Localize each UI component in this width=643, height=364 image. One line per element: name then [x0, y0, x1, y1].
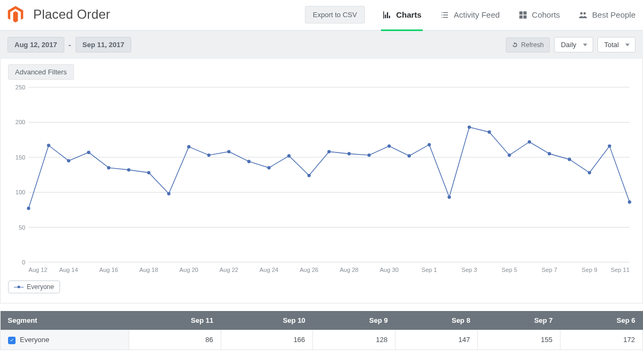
svg-text:Sep 5: Sep 5	[502, 267, 517, 273]
tab-label: Cohorts	[532, 10, 560, 19]
chart-panel: Advanced Filters 050100150200250 Aug 12A…	[0, 59, 643, 304]
svg-point-54	[508, 154, 511, 156]
page-title: Placed Order	[33, 7, 110, 22]
aggregate-select[interactable]: Total	[597, 37, 635, 52]
tab-label: Charts	[396, 10, 422, 19]
col-date[interactable]: Sep 9	[313, 311, 395, 330]
svg-point-51	[448, 196, 451, 199]
svg-point-41	[248, 160, 250, 163]
svg-point-32	[67, 160, 70, 162]
svg-point-58	[588, 171, 590, 174]
line-chart: 050100150200250 Aug 12Aug 14Aug 16Aug 18…	[8, 83, 635, 293]
tab-label: Best People	[592, 10, 635, 19]
date-from-picker[interactable]: Aug 12, 2017	[8, 37, 64, 52]
date-range-separator: -	[69, 40, 71, 50]
refresh-label: Refresh	[521, 41, 544, 49]
svg-point-40	[228, 150, 230, 153]
value-cell: 86	[129, 330, 221, 350]
svg-text:Sep 7: Sep 7	[542, 267, 557, 273]
svg-text:Sep 9: Sep 9	[582, 267, 597, 273]
legend-label: Everyone	[27, 283, 54, 291]
svg-point-34	[107, 166, 110, 169]
value-cell: 172	[560, 330, 643, 350]
segment-table-wrap: SegmentSep 11Sep 10Sep 9Sep 8Sep 7Sep 6 …	[0, 311, 643, 350]
svg-point-35	[128, 169, 130, 171]
col-date[interactable]: Sep 7	[478, 311, 560, 330]
svg-text:Aug 28: Aug 28	[340, 267, 358, 273]
tab-cohorts[interactable]: Cohorts	[517, 6, 562, 31]
nav-tabs: Export to CSV Charts Activity Feed Cohor…	[305, 6, 637, 24]
svg-text:100: 100	[16, 189, 25, 195]
people-icon	[578, 10, 588, 20]
svg-point-36	[147, 171, 150, 174]
svg-text:Aug 22: Aug 22	[220, 267, 238, 273]
svg-text:200: 200	[16, 119, 25, 125]
tab-charts[interactable]: Charts	[381, 6, 423, 31]
col-date[interactable]: Sep 10	[221, 311, 313, 330]
granularity-select[interactable]: Daily	[554, 37, 593, 52]
svg-point-33	[87, 151, 90, 154]
value-cell: 128	[313, 330, 395, 350]
col-date[interactable]: Sep 6	[560, 311, 643, 330]
svg-text:250: 250	[16, 84, 25, 90]
svg-text:Aug 30: Aug 30	[380, 267, 399, 273]
chart-legend: Everyone	[8, 280, 60, 293]
svg-point-55	[528, 140, 530, 143]
segment-table: SegmentSep 11Sep 10Sep 9Sep 8Sep 7Sep 6 …	[0, 311, 643, 350]
svg-point-56	[548, 153, 551, 155]
svg-point-43	[288, 155, 290, 157]
svg-point-44	[308, 174, 310, 177]
svg-text:Aug 24: Aug 24	[259, 267, 278, 273]
segment-checkbox[interactable]	[8, 337, 16, 344]
tab-label: Activity Feed	[454, 10, 500, 19]
svg-text:Sep 1: Sep 1	[422, 267, 437, 273]
value-cell: 147	[395, 330, 478, 350]
svg-point-48	[388, 145, 391, 147]
bar-chart-icon	[382, 10, 392, 20]
svg-point-53	[488, 131, 491, 133]
svg-text:Aug 14: Aug 14	[59, 267, 78, 273]
svg-point-52	[468, 126, 470, 128]
svg-text:0: 0	[22, 259, 25, 266]
svg-point-46	[348, 153, 350, 155]
refresh-button[interactable]: Refresh	[506, 37, 550, 52]
svg-point-31	[47, 144, 50, 147]
svg-text:Sep 11: Sep 11	[611, 267, 630, 273]
svg-point-57	[568, 158, 571, 161]
svg-point-42	[267, 166, 270, 169]
svg-point-49	[408, 155, 410, 157]
svg-point-38	[188, 146, 190, 148]
col-date[interactable]: Sep 8	[395, 311, 478, 330]
list-icon	[440, 10, 450, 20]
col-segment: Segment	[1, 311, 129, 330]
svg-point-59	[608, 145, 611, 147]
svg-text:Aug 12: Aug 12	[28, 267, 47, 273]
svg-point-37	[167, 192, 170, 195]
date-to-picker[interactable]: Sep 11, 2017	[76, 37, 131, 52]
svg-point-60	[628, 201, 631, 203]
svg-text:Aug 16: Aug 16	[99, 267, 118, 273]
svg-text:Aug 20: Aug 20	[180, 267, 198, 273]
svg-point-47	[368, 154, 370, 156]
segment-cell[interactable]: Everyone	[1, 330, 129, 350]
svg-point-39	[207, 154, 210, 156]
magento-logo-icon	[6, 5, 25, 24]
svg-point-50	[428, 143, 430, 146]
header-bar: Placed Order Export to CSV Charts Activi…	[0, 0, 643, 31]
refresh-icon	[512, 42, 518, 48]
grid-icon	[518, 10, 528, 20]
tab-best-people[interactable]: Best People	[577, 6, 637, 31]
svg-text:Aug 18: Aug 18	[139, 267, 158, 273]
svg-text:Sep 3: Sep 3	[461, 267, 477, 273]
filter-toolbar: Aug 12, 2017 - Sep 11, 2017 Refresh Dail…	[0, 31, 643, 59]
export-csv-button[interactable]: Export to CSV	[305, 6, 365, 24]
tab-activity-feed[interactable]: Activity Feed	[439, 6, 501, 31]
svg-text:Aug 26: Aug 26	[300, 267, 318, 273]
col-date[interactable]: Sep 11	[129, 311, 221, 330]
table-row: Everyone86166128147155172	[1, 330, 643, 350]
advanced-filters-button[interactable]: Advanced Filters	[8, 64, 74, 80]
svg-point-45	[327, 150, 330, 153]
value-cell: 166	[221, 330, 313, 350]
svg-point-30	[27, 207, 30, 210]
legend-marker-icon	[14, 285, 24, 289]
